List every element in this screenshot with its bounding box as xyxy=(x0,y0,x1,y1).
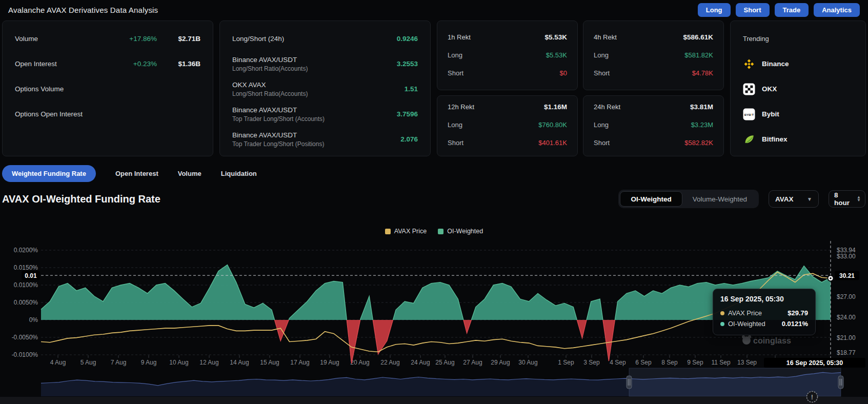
ratio-sublabel: Top Trader Long/Short (Positions) xyxy=(232,140,324,148)
svg-text:6 Sep: 6 Sep xyxy=(635,359,652,366)
rekt-total: $3.81M xyxy=(690,103,713,111)
rekt-long-label: Long xyxy=(594,51,609,59)
updown-arrows-icon: ▲▼ xyxy=(857,196,861,202)
bybit-icon: BYB!T xyxy=(743,108,755,120)
stat-label: Volume xyxy=(15,35,38,43)
rekt-title: 24h Rekt xyxy=(594,103,620,111)
stat-label: Options Open Interest xyxy=(15,110,83,118)
svg-text:14 Aug: 14 Aug xyxy=(230,359,249,366)
rekt-short-value: $401.61K xyxy=(538,139,567,147)
interval-select-value: 8 hour xyxy=(834,191,850,207)
toggle-oi-weighted[interactable]: OI-Weighted xyxy=(620,191,682,207)
svg-text:$24.00: $24.00 xyxy=(837,314,856,321)
alert-badge-icon: ! xyxy=(807,392,818,402)
svg-text:17 Aug: 17 Aug xyxy=(290,359,309,366)
svg-text:24 Aug: 24 Aug xyxy=(411,359,430,366)
svg-text:12 Aug: 12 Aug xyxy=(199,359,218,366)
trending-item-bybit[interactable]: BYB!T Bybit xyxy=(743,102,853,127)
rekt-short-value: $582.82K xyxy=(684,139,713,147)
rekt-card-24h: 24h Rekt$3.81M Long$3.23M Short$582.82K xyxy=(583,95,724,156)
svg-text:4 Sep: 4 Sep xyxy=(610,359,626,366)
ratio-row: Binance AVAX/USDT Top Trader Long/Short … xyxy=(232,102,418,127)
ratio-row: Binance AVAX/USDT Top Trader Long/Short … xyxy=(232,127,418,152)
rekt-short-label: Short xyxy=(594,139,610,147)
ratio-label: Binance AVAX/USDT xyxy=(232,131,324,139)
stat-change: +17.86% xyxy=(95,35,157,43)
svg-text:16 Sep 2025, 05:30: 16 Sep 2025, 05:30 xyxy=(786,359,843,367)
rekt-title: 4h Rekt xyxy=(594,33,617,41)
rekt-title: 1h Rekt xyxy=(448,33,471,41)
stat-row-volume: Volume +17.86% $2.71B xyxy=(15,26,200,51)
trending-card: Trending Binance OKX BYB!T xyxy=(730,21,866,156)
chart-title: AVAX OI-Weighted Funding Rate xyxy=(2,193,160,205)
toggle-volume-weighted[interactable]: Volume-Weighted xyxy=(682,191,757,207)
svg-text:9 Sep: 9 Sep xyxy=(687,359,703,366)
svg-text:30 Aug: 30 Aug xyxy=(518,359,537,366)
stat-row-open-interest: Open Interest +0.23% $1.36B xyxy=(15,51,200,76)
tab-open-interest[interactable]: Open Interest xyxy=(115,170,158,177)
svg-text:30.21: 30.21 xyxy=(839,272,855,279)
svg-text:5 Aug: 5 Aug xyxy=(80,359,96,366)
interval-select[interactable]: 8 hour ▲▼ xyxy=(829,190,865,208)
rekt-total: $5.53K xyxy=(544,33,567,41)
trending-item-okx[interactable]: OKX xyxy=(743,76,853,102)
svg-text:-0.0100%: -0.0100% xyxy=(12,351,38,358)
svg-text:$27.00: $27.00 xyxy=(837,293,856,300)
symbol-select[interactable]: AVAX ▼ xyxy=(769,190,819,208)
legend-avax-price[interactable]: AVAX Price xyxy=(385,228,427,235)
svg-text:20 Aug: 20 Aug xyxy=(350,359,369,366)
trending-item-bitfinex[interactable]: Bitfinex xyxy=(743,127,853,152)
svg-text:0.0200%: 0.0200% xyxy=(14,247,38,254)
rekt-long-value: $581.82K xyxy=(684,51,713,59)
page-title: Avalanche AVAX Derivatives Data Analysis xyxy=(8,6,158,14)
rekt-card-1h: 1h Rekt$5.53K Long$5.53K Short$0 xyxy=(437,21,578,90)
tab-weighted-funding-rate[interactable]: Weighted Funding Rate xyxy=(2,165,96,182)
svg-text:25 Aug: 25 Aug xyxy=(435,359,454,366)
tab-volume[interactable]: Volume xyxy=(178,170,201,177)
rekt-title: 12h Rekt xyxy=(448,103,474,111)
tab-liquidation[interactable]: Liquidation xyxy=(221,170,257,177)
ratio-label: Long/Short (24h) xyxy=(232,35,284,43)
ratio-value: 1.51 xyxy=(405,85,418,93)
svg-text:0.0150%: 0.0150% xyxy=(14,264,38,271)
ratio-value: 3.2553 xyxy=(397,60,418,68)
svg-text:0.0100%: 0.0100% xyxy=(14,281,38,289)
legend-swatch-oi xyxy=(438,229,443,234)
ratio-sublabel: Long/Short Ratio(Accounts) xyxy=(232,65,308,72)
rekt-long-label: Long xyxy=(448,121,462,129)
short-button[interactable]: Short xyxy=(736,3,770,17)
rekt-long-value: $5.53K xyxy=(546,51,567,59)
funding-rate-chart[interactable]: 0.0200%0.0150%0.0100%0.0050%0%-0.0050%-0… xyxy=(0,226,868,404)
rekt-short-value: $0 xyxy=(560,69,567,77)
svg-text:7 Aug: 7 Aug xyxy=(111,359,127,366)
chevron-down-icon: ▼ xyxy=(807,196,812,202)
ratio-row: OKX AVAX Long/Short Ratio(Accounts) 1.51 xyxy=(232,76,418,102)
stat-label: Options Volume xyxy=(15,85,64,93)
svg-text:-0.0050%: -0.0050% xyxy=(12,334,38,341)
weighting-toggle: OI-Weighted Volume-Weighted xyxy=(618,190,759,208)
svg-text:0%: 0% xyxy=(29,316,38,324)
funding-rate-chart-section: 0.0200%0.0150%0.0100%0.0050%0%-0.0050%-0… xyxy=(0,226,868,404)
ratio-label: OKX AVAX xyxy=(232,81,308,89)
svg-text:coinglass: coinglass xyxy=(753,336,791,345)
stat-value: $2.71B xyxy=(157,35,200,43)
svg-text:$18.77: $18.77 xyxy=(837,349,856,356)
svg-text:3 Sep: 3 Sep xyxy=(583,359,600,366)
rekt-card-4h: 4h Rekt$586.61K Long$581.82K Short$4.78K xyxy=(583,21,724,90)
svg-text:10 Aug: 10 Aug xyxy=(169,359,188,366)
svg-text:11 Sep: 11 Sep xyxy=(711,359,730,366)
ratio-value: 2.076 xyxy=(400,135,418,143)
legend-oi-weighted[interactable]: OI-Weighted xyxy=(438,228,483,235)
svg-text:15 Aug: 15 Aug xyxy=(260,359,279,366)
market-stats-card: Volume +17.86% $2.71B Open Interest +0.2… xyxy=(2,21,213,156)
svg-text:0.0050%: 0.0050% xyxy=(14,299,38,306)
rekt-short-label: Short xyxy=(594,69,610,77)
trending-item-binance[interactable]: Binance xyxy=(743,51,853,76)
long-button[interactable]: Long xyxy=(698,3,731,17)
rekt-card-12h: 12h Rekt$1.16M Long$760.80K Short$401.61… xyxy=(437,95,578,156)
chart-header: AVAX OI-Weighted Funding Rate OI-Weighte… xyxy=(2,188,865,210)
trade-button[interactable]: Trade xyxy=(775,3,809,17)
okx-icon xyxy=(743,83,755,95)
analytics-button[interactable]: Analytics xyxy=(814,3,860,17)
legend-label: OI-Weighted xyxy=(447,228,483,235)
